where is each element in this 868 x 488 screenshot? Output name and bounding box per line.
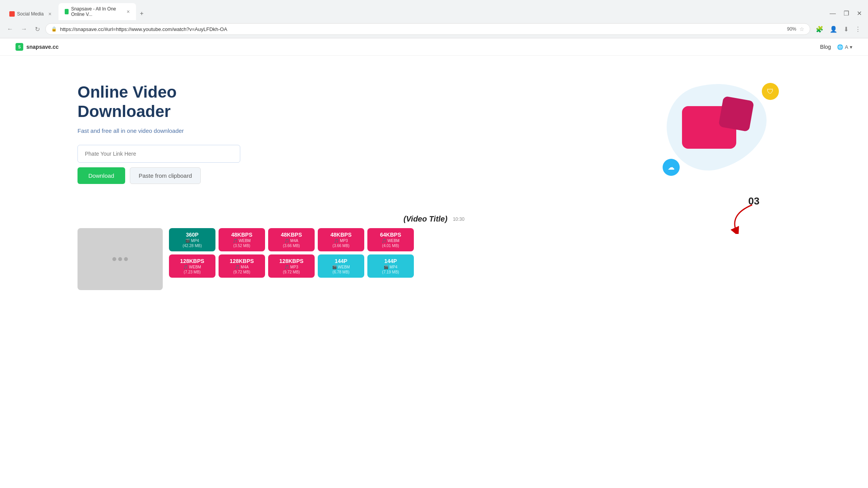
hero-input-row: Download Paste from clipboard	[78, 145, 659, 184]
url-input[interactable]	[78, 145, 240, 163]
tab-label-2: Snapsave - All In One Online V...	[71, 6, 122, 17]
translate-label: A	[845, 44, 848, 50]
results-header: (Video Title) 10:30	[403, 215, 464, 223]
translate-icon: 🌐	[837, 44, 843, 50]
browser-tab-snapsave[interactable]: Snapsave - All In One Online V... ×	[59, 3, 136, 20]
hero-title-line1: Online Video	[78, 83, 177, 101]
browser-window-controls: — ❐ ✕	[827, 8, 865, 20]
video-title: (Video Title)	[403, 215, 447, 223]
url-display: https://snapsave.cc/#url=https://www.you…	[60, 26, 784, 32]
video-duration: 10:30	[453, 217, 465, 222]
hero-title: Online Video Downloader	[78, 82, 659, 122]
minimize-button[interactable]: —	[827, 9, 839, 19]
hero-title-line2: Downloader	[78, 102, 170, 120]
lock-icon: 🔒	[51, 26, 57, 32]
download-option-48kbps-webm[interactable]: 48KBPS 🎵 WEBM (3.52 MB)	[219, 228, 265, 251]
site-nav: Blog 🌐 A ▾	[820, 44, 852, 50]
hero-section: Online Video Downloader Fast and free al…	[0, 56, 868, 207]
tab-close-2[interactable]: ×	[127, 9, 130, 15]
new-tab-button[interactable]: +	[137, 7, 146, 20]
illustration-camera-lens	[718, 96, 754, 132]
toolbar-icons: 🧩 👤 ⬇ ⋮	[813, 24, 863, 34]
cloud-upload-icon: ☁	[668, 163, 675, 172]
annotation-03: 03	[748, 195, 760, 207]
browser-chrome: Social Media × Snapsave - All In One Onl…	[0, 0, 868, 38]
website-content: S snapsave.cc Blog 🌐 A ▾ Online Video Do…	[0, 38, 868, 306]
results-grid: 360P 🎬 MP4 (42.28 MB) 48KBPS 🎵 WEBM (3.5…	[78, 228, 790, 290]
downloads-button[interactable]: ⬇	[841, 24, 851, 34]
profile-button[interactable]: 👤	[827, 24, 840, 34]
logo-text: snapsave.cc	[26, 44, 59, 50]
illustration-upload-badge: ☁	[663, 159, 680, 176]
thumbnail-placeholder	[112, 257, 128, 261]
logo-icon: S	[16, 43, 23, 51]
paste-button[interactable]: Paste from clipboard	[130, 167, 201, 184]
download-option-128kbps-m4a[interactable]: 128KBPS 🎵 M4A (9.72 MB)	[219, 254, 265, 278]
download-option-144p-mp4[interactable]: 144P 🎬 MP4 (7.19 MB)	[367, 254, 414, 278]
results-section: (Video Title) 10:30 03	[0, 207, 868, 306]
browser-tab-social-media[interactable]: Social Media ×	[3, 8, 58, 20]
video-thumbnail	[78, 228, 163, 290]
download-option-360p-mp4[interactable]: 360P 🎬 MP4 (42.28 MB)	[169, 228, 215, 251]
shield-icon: 🛡	[767, 88, 774, 96]
site-header: S snapsave.cc Blog 🌐 A ▾	[0, 38, 868, 56]
download-options: 360P 🎬 MP4 (42.28 MB) 48KBPS 🎵 WEBM (3.5…	[169, 228, 790, 290]
download-options-row1: 360P 🎬 MP4 (42.28 MB) 48KBPS 🎵 WEBM (3.5…	[169, 228, 790, 251]
download-option-144p-webm[interactable]: 144P 🎬 WEBM (6.78 MB)	[318, 254, 364, 278]
site-logo: S snapsave.cc	[16, 43, 59, 51]
bookmark-icon[interactable]: ☆	[799, 26, 804, 32]
menu-button[interactable]: ⋮	[852, 24, 863, 34]
tab-favicon-2	[65, 9, 69, 14]
forward-button[interactable]: →	[19, 24, 29, 34]
translate-chevron: ▾	[850, 44, 852, 50]
zoom-level: 90%	[787, 26, 796, 32]
back-button[interactable]: ←	[5, 24, 16, 34]
browser-tabs: Social Media × Snapsave - All In One Onl…	[0, 0, 868, 20]
tab-favicon-1	[9, 11, 15, 17]
annotation-arrow	[721, 203, 760, 234]
hero-buttons: Download Paste from clipboard	[78, 167, 659, 184]
blog-link[interactable]: Blog	[820, 44, 831, 50]
tab-label-1: Social Media	[17, 11, 44, 17]
download-option-128kbps-webm[interactable]: 128KBPS 🎵 WEBM (7.23 MB)	[169, 254, 215, 278]
extensions-button[interactable]: 🧩	[813, 24, 826, 34]
tab-close-1[interactable]: ×	[48, 11, 52, 17]
maximize-button[interactable]: ❐	[840, 8, 852, 19]
illustration-shield-badge: 🛡	[762, 83, 779, 100]
hero-subtitle: Fast and free all in one video downloade…	[78, 127, 659, 134]
translate-button[interactable]: 🌐 A ▾	[837, 44, 852, 50]
download-button[interactable]: Download	[78, 167, 125, 184]
download-option-128kbps-mp3[interactable]: 128KBPS 🎵 MP3 (9.72 MB)	[268, 254, 315, 278]
download-option-64kbps-webm[interactable]: 64KBPS 🎵 WEBM (4.01 MB)	[367, 228, 414, 251]
hero-content: Online Video Downloader Fast and free al…	[78, 82, 659, 184]
reload-button[interactable]: ↻	[33, 24, 42, 34]
download-option-48kbps-mp3[interactable]: 48KBPS 🎵 MP3 (3.66 MB)	[318, 228, 364, 251]
browser-toolbar: ← → ↻ 🔒 https://snapsave.cc/#url=https:/…	[0, 20, 868, 38]
close-window-button[interactable]: ✕	[854, 8, 865, 19]
address-bar[interactable]: 🔒 https://snapsave.cc/#url=https://www.y…	[45, 23, 810, 35]
download-options-row2: 128KBPS 🎵 WEBM (7.23 MB) 128KBPS 🎵 M4A (…	[169, 254, 790, 278]
hero-illustration: 🛡 ☁	[659, 71, 790, 195]
download-option-48kbps-m4a[interactable]: 48KBPS 🎵 M4A (3.66 MB)	[268, 228, 315, 251]
